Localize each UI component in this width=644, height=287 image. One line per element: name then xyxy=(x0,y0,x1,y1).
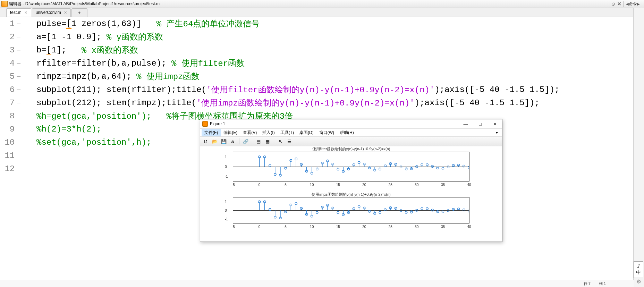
x-tick: 20 xyxy=(362,225,366,229)
x-tick: 0 xyxy=(259,183,261,187)
svg-point-131 xyxy=(384,209,386,211)
add-tab-button[interactable]: + xyxy=(71,8,87,17)
figure-title: Figure 1 xyxy=(210,121,458,126)
svg-point-143 xyxy=(416,209,418,211)
figure-toolbar: 🗋 📂 💾 🖨 🔗 ▤ ▦ ↖ ☰ xyxy=(200,137,502,146)
y-tick: 1 xyxy=(225,155,227,159)
axes-2[interactable]: 10-1-50510152025303540 xyxy=(233,197,469,223)
svg-point-155 xyxy=(447,210,449,212)
x-tick: 25 xyxy=(389,225,392,229)
y-tick: 0 xyxy=(225,209,227,212)
axes-1[interactable]: 10-1-50510152025303540 xyxy=(233,152,469,182)
window-title: 编辑器 - D:\workplaces\MATLAB\Projects\Matl… xyxy=(9,1,611,7)
ime-indicator[interactable]: J 中 xyxy=(634,261,643,278)
x-tick: -5 xyxy=(232,225,235,229)
tab-label: test.m xyxy=(10,10,22,15)
plot2-title: 使用impz函数绘制的y(n)-y(n-1)+0.9y(n-2)=x(n) xyxy=(200,192,502,197)
x-tick: 40 xyxy=(467,225,471,229)
close-tab-icon[interactable]: ✕ xyxy=(64,10,67,15)
matlab-editor-icon xyxy=(1,1,8,7)
y-tick: -1 xyxy=(225,175,228,178)
tab-label: univerConv.m xyxy=(36,10,61,15)
menu-desktop[interactable]: 桌面(D) xyxy=(297,129,316,136)
x-tick: 20 xyxy=(362,183,366,187)
x-tick: 30 xyxy=(415,225,418,229)
tab-test-m[interactable]: test.m ✕ xyxy=(6,8,31,17)
menu-view[interactable]: 查看(V) xyxy=(240,129,260,136)
ime-zh: 中 xyxy=(636,269,641,276)
new-figure-icon[interactable]: 🗋 xyxy=(202,137,210,145)
code-line[interactable]: subplot(212); stem(rimpz);title('使用impz函… xyxy=(36,96,644,109)
property-icon[interactable]: ☰ xyxy=(285,137,294,145)
x-tick: 5 xyxy=(285,183,287,187)
close-tab-icon[interactable]: ✕ xyxy=(24,10,27,15)
code-line[interactable]: rfilter=filter(b,a,pulse); % 使用filter函数 xyxy=(36,57,644,70)
title-bar: 编辑器 - D:\workplaces\MATLAB\Projects\Matl… xyxy=(0,0,644,8)
plot1-title: 使用filter函数绘制的y(n)-y(n-1)+0.9y(n-2)=x(n) xyxy=(200,146,502,152)
menu-window[interactable]: 窗口(W) xyxy=(316,129,337,136)
menu-more-icon[interactable]: ▾ xyxy=(493,129,501,136)
link-icon[interactable]: 🔗 xyxy=(242,137,250,145)
x-tick: 35 xyxy=(441,183,445,187)
svg-point-49 xyxy=(384,165,386,167)
code-line[interactable]: rimpz=impz(b,a,64); % 使用impz函数 xyxy=(36,70,644,83)
x-tick: 0 xyxy=(259,225,261,229)
x-tick: 40 xyxy=(467,183,471,187)
svg-point-61 xyxy=(416,166,418,168)
x-tick: 5 xyxy=(285,225,287,229)
figure-window[interactable]: Figure 1 — □ ✕ 文件(F) 编辑(E) 查看(V) 插入(I) 工… xyxy=(200,119,502,242)
code-line[interactable]: b=[1]; % x函数的系数 xyxy=(36,43,644,57)
status-line-label: 行 xyxy=(584,281,587,286)
y-tick: -1 xyxy=(225,217,228,221)
menu-help[interactable]: 帮助(H) xyxy=(337,129,357,136)
svg-point-137 xyxy=(400,210,402,212)
close-button[interactable]: ✕ xyxy=(488,119,502,128)
dropdown-icon[interactable]: ⊙ xyxy=(611,1,615,7)
command-panel-toggle[interactable]: ◀ 命令 ▶ xyxy=(624,1,642,7)
menu-insert[interactable]: 插入(I) xyxy=(260,129,277,136)
y-tick: 0 xyxy=(225,165,227,169)
menu-tools[interactable]: 工具(T) xyxy=(278,129,297,136)
matlab-figure-icon xyxy=(202,121,208,127)
code-line[interactable]: a=[1 -1 0.9]; % y函数的系数 xyxy=(36,30,644,43)
y-tick: 1 xyxy=(225,200,227,204)
status-col-label: 列 xyxy=(599,281,603,286)
svg-point-161 xyxy=(463,209,465,211)
figure-menu-bar: 文件(F) 编辑(E) 查看(V) 插入(I) 工具(T) 桌面(D) 窗口(W… xyxy=(200,129,502,137)
x-tick: 15 xyxy=(336,225,340,229)
insert-legend-icon[interactable]: ▦ xyxy=(263,137,272,145)
ime-j: J xyxy=(637,264,639,269)
save-icon[interactable]: 💾 xyxy=(220,137,228,145)
triangle-left-icon: ◀ xyxy=(626,2,629,6)
x-tick: 15 xyxy=(336,183,340,187)
edit-plot-icon[interactable]: ↖ xyxy=(276,137,285,145)
status-col: 1 xyxy=(604,281,606,286)
status-line: 7 xyxy=(588,281,591,286)
minimize-button[interactable]: — xyxy=(458,119,473,128)
code-line[interactable]: subplot(211); stem(rfilter);title('使用fil… xyxy=(36,83,644,96)
right-dock: ⚙ xyxy=(633,8,644,287)
open-icon[interactable]: 📂 xyxy=(211,137,219,145)
maximize-button[interactable]: □ xyxy=(473,119,488,128)
insert-colorbar-icon[interactable]: ▤ xyxy=(254,137,263,145)
command-panel-label: 命令 xyxy=(629,1,637,7)
x-tick: 25 xyxy=(389,183,392,187)
svg-point-79 xyxy=(463,165,465,167)
line-number-gutter: 1—2—3—4—5—6—7—8 9 10 11 12 xyxy=(0,17,23,287)
figure-plot-area: 使用filter函数绘制的y(n)-y(n-1)+0.9y(n-2)=x(n) … xyxy=(200,146,502,242)
menu-file[interactable]: 文件(F) xyxy=(202,129,221,136)
figure-title-bar[interactable]: Figure 1 — □ ✕ xyxy=(200,119,502,129)
print-icon[interactable]: 🖨 xyxy=(229,137,237,145)
tab-univerconv-m[interactable]: univerConv.m ✕ xyxy=(32,8,71,17)
status-bar: 行 7 列 1 xyxy=(0,280,634,287)
x-tick: 35 xyxy=(441,225,445,229)
gear-icon[interactable]: ⚙ xyxy=(636,278,641,285)
triangle-right-icon: ▶ xyxy=(637,2,640,6)
x-tick: 10 xyxy=(310,225,314,229)
x-tick: 30 xyxy=(415,183,418,187)
x-tick: 10 xyxy=(310,183,314,187)
menu-edit[interactable]: 编辑(E) xyxy=(221,129,240,136)
svg-point-149 xyxy=(431,209,433,211)
code-line[interactable]: pulse=[1 zeros(1,63)] % 产生64点的单位冲激信号 xyxy=(36,17,644,30)
close-panel-button[interactable]: ✕ xyxy=(617,1,621,7)
